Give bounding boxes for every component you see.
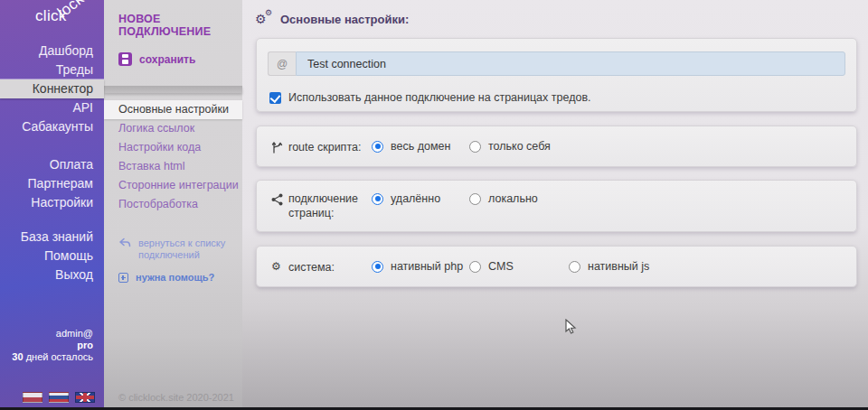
- share-icon: [271, 193, 283, 206]
- radio-icon: [372, 193, 383, 205]
- system-card: ⚙ система: нативный php CMS нативный js: [256, 246, 857, 287]
- gears-icon: ⚙⚙: [255, 11, 273, 27]
- use-on-threads-label: Использовать данное подключение на стран…: [288, 91, 591, 104]
- uk-flag[interactable]: [75, 392, 95, 403]
- panel-divider: [104, 86, 242, 93]
- menu-item-code-settings[interactable]: Настройки кода: [104, 138, 242, 157]
- mouse-cursor: [565, 319, 577, 335]
- radio-remote[interactable]: удалённо: [372, 192, 440, 205]
- poland-flag[interactable]: [23, 392, 42, 403]
- sidebar: clicklock Дашборд Треды Коннектор API Са…: [0, 0, 104, 410]
- gear-icon: ⚙: [271, 261, 283, 274]
- page-connection-label: подключение страниц:: [271, 191, 371, 220]
- account-plan: pro: [12, 340, 93, 351]
- at-icon: @: [268, 51, 296, 76]
- radio-icon: [469, 193, 481, 205]
- account-days-left: 30 дней осталось: [12, 351, 93, 363]
- menu-item-postprocessing[interactable]: Постобработка: [104, 195, 242, 214]
- system-label: ⚙ система:: [271, 260, 371, 275]
- back-link-label: вернуться к списку подключений: [138, 238, 229, 261]
- sidebar-item-logout[interactable]: Выход: [0, 266, 104, 284]
- copyright: © clicklock.site 2020-2021: [118, 392, 234, 403]
- connection-panel: НОВОЕ ПОДКЛЮЧЕНИЕ сохранить Основные нас…: [104, 0, 242, 410]
- radio-only-self[interactable]: только себя: [469, 140, 551, 153]
- save-button-label: сохранить: [139, 53, 195, 66]
- connection-name-card: @ Использовать данное подключение на стр…: [256, 38, 857, 112]
- radio-native-js[interactable]: нативный js: [569, 260, 649, 273]
- sidebar-item-payment[interactable]: Оплата: [0, 155, 104, 174]
- page-connection-card: подключение страниц: удалённо локально: [256, 180, 857, 232]
- radio-icon: [569, 261, 580, 273]
- sidebar-item-dashboard[interactable]: Дашборд: [0, 42, 104, 61]
- main-content: ⚙⚙ Основные настройки: @ Использовать да…: [242, 0, 868, 410]
- radio-local[interactable]: локально: [469, 192, 538, 205]
- help-link-label: нужна помощь?: [136, 272, 214, 284]
- radio-cms[interactable]: CMS: [469, 260, 514, 273]
- sidebar-item-partners[interactable]: Партнерам: [0, 174, 104, 193]
- menu-item-basic-settings[interactable]: Основные настройки: [104, 100, 242, 119]
- save-icon: [118, 52, 132, 66]
- need-help-link[interactable]: нужна помощь?: [104, 272, 242, 284]
- russia-flag[interactable]: [49, 392, 69, 403]
- connection-name-row: @: [268, 51, 845, 76]
- radio-native-php[interactable]: нативный php: [372, 260, 463, 273]
- help-plus-icon: [118, 273, 128, 283]
- radio-icon: [372, 141, 383, 153]
- sidebar-item-api[interactable]: API: [0, 98, 104, 117]
- sidebar-nav: Дашборд Треды Коннектор API Сабакаунты О…: [0, 42, 104, 284]
- radio-whole-domain[interactable]: весь домен: [372, 140, 450, 153]
- main-header: ⚙⚙ Основные настройки:: [242, 0, 868, 27]
- sidebar-item-knowledge-base[interactable]: База знаний: [0, 228, 104, 247]
- sidebar-item-subaccounts[interactable]: Сабакаунты: [0, 117, 104, 136]
- back-to-connections-link[interactable]: вернуться к списку подключений: [104, 238, 242, 261]
- sidebar-item-connector[interactable]: Коннектор: [0, 79, 104, 98]
- panel-links: вернуться к списку подключений нужна пом…: [104, 238, 242, 284]
- clicklock-logo: clicklock: [35, 7, 95, 38]
- menu-item-integrations[interactable]: Сторонние интеграции: [104, 176, 242, 195]
- page-title: Основные настройки:: [280, 13, 409, 26]
- connection-name-input[interactable]: [296, 51, 845, 76]
- connection-menu: Основные настройки Логика ссылок Настрой…: [104, 100, 242, 214]
- menu-item-html-insert[interactable]: Вставка html: [104, 157, 242, 176]
- route-icon: [271, 141, 283, 154]
- sidebar-item-help[interactable]: Помощь: [0, 247, 104, 266]
- account-email: admin@: [12, 328, 93, 340]
- back-arrow-icon: [118, 238, 131, 248]
- save-button[interactable]: сохранить: [118, 52, 242, 66]
- panel-title: НОВОЕ ПОДКЛЮЧЕНИЕ: [104, 0, 242, 38]
- use-on-threads-row: Использовать данное подключение на стран…: [269, 91, 591, 104]
- route-script-card: route скрипта: весь домен только себя: [256, 126, 857, 167]
- sidebar-item-threads[interactable]: Треды: [0, 61, 104, 79]
- radio-icon: [469, 261, 481, 273]
- radio-icon: [469, 141, 481, 153]
- account-info: admin@ pro 30 дней осталось: [12, 328, 93, 363]
- menu-item-link-logic[interactable]: Логика ссылок: [104, 119, 242, 138]
- radio-icon: [372, 261, 383, 273]
- sidebar-item-settings[interactable]: Настройки: [0, 193, 104, 212]
- use-on-threads-checkbox[interactable]: [269, 92, 281, 104]
- language-flags: [23, 392, 95, 403]
- route-script-label: route скрипта:: [271, 140, 371, 154]
